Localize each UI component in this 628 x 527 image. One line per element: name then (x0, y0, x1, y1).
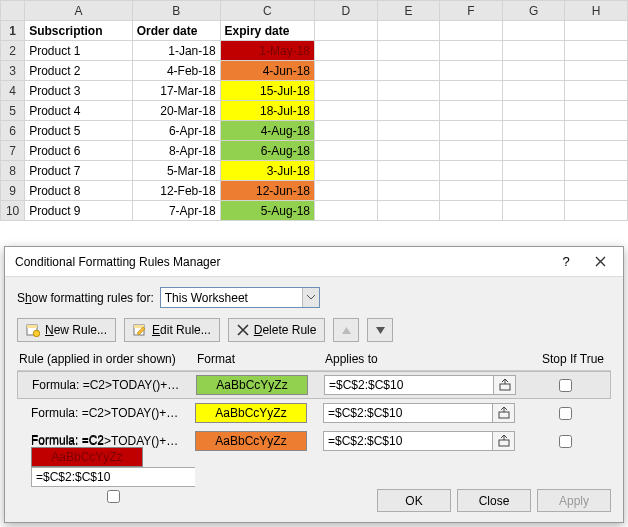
cell[interactable] (377, 41, 440, 61)
applies-to-field[interactable] (323, 431, 519, 451)
cell[interactable]: 8-Apr-18 (132, 141, 220, 161)
cell[interactable]: 20-Mar-18 (132, 101, 220, 121)
cell[interactable] (440, 201, 503, 221)
table-row[interactable]: 8Product 75-Mar-183-Jul-18 (1, 161, 628, 181)
cell[interactable]: Expiry date (220, 21, 314, 41)
cell[interactable]: 4-Feb-18 (132, 61, 220, 81)
cell[interactable]: 4-Aug-18 (220, 121, 314, 141)
cell[interactable]: 1-May-18 (220, 41, 314, 61)
cell[interactable]: Product 6 (25, 141, 133, 161)
cell[interactable] (502, 21, 565, 41)
cell[interactable]: 15-Jul-18 (220, 81, 314, 101)
cell[interactable] (565, 61, 628, 81)
apply-button[interactable]: Apply (537, 489, 611, 512)
cell[interactable] (440, 161, 503, 181)
table-row[interactable]: 1SubscriptionOrder dateExpiry date (1, 21, 628, 41)
cell[interactable] (315, 201, 378, 221)
cell[interactable] (502, 61, 565, 81)
cell[interactable] (315, 81, 378, 101)
cell[interactable] (565, 21, 628, 41)
table-row[interactable]: 3Product 24-Feb-184-Jun-18 (1, 61, 628, 81)
cell[interactable] (565, 81, 628, 101)
select-all-corner[interactable] (1, 1, 25, 21)
row-header[interactable]: 4 (1, 81, 25, 101)
edit-rule-button[interactable]: Edit Rule... (124, 318, 220, 342)
cell[interactable]: 12-Jun-18 (220, 181, 314, 201)
stop-if-true[interactable] (31, 487, 195, 506)
cell[interactable]: 18-Jul-18 (220, 101, 314, 121)
ok-button[interactable]: OK (377, 489, 451, 512)
cell[interactable] (565, 161, 628, 181)
range-selector-icon[interactable] (493, 403, 515, 423)
applies-to-input[interactable] (323, 403, 493, 423)
cell[interactable] (565, 201, 628, 221)
column-header-row[interactable]: A B C D E F G H (1, 1, 628, 21)
cell[interactable] (377, 81, 440, 101)
cell[interactable] (440, 101, 503, 121)
close-icon[interactable] (583, 249, 617, 275)
applies-to-field[interactable] (323, 403, 519, 423)
cell[interactable] (502, 161, 565, 181)
cell[interactable]: 7-Apr-18 (132, 201, 220, 221)
cell[interactable] (315, 61, 378, 81)
table-row[interactable]: 4Product 317-Mar-1815-Jul-18 (1, 81, 628, 101)
cell[interactable] (315, 41, 378, 61)
cell[interactable] (440, 181, 503, 201)
cell[interactable] (502, 81, 565, 101)
col-header[interactable]: C (220, 1, 314, 21)
cell[interactable] (315, 121, 378, 141)
delete-rule-button[interactable]: Delete Rule (228, 318, 326, 342)
col-header[interactable]: F (440, 1, 503, 21)
cell[interactable] (440, 21, 503, 41)
cell[interactable]: Product 9 (25, 201, 133, 221)
cell[interactable]: 1-Jan-18 (132, 41, 220, 61)
cell[interactable]: 6-Apr-18 (132, 121, 220, 141)
scope-input[interactable] (160, 287, 320, 308)
cell[interactable] (565, 41, 628, 61)
col-header[interactable]: G (502, 1, 565, 21)
cell[interactable] (377, 101, 440, 121)
cell[interactable] (440, 141, 503, 161)
rule-row[interactable]: Formula: =C2AaBbCcYyZz (17, 455, 611, 483)
cell[interactable] (377, 181, 440, 201)
cell[interactable] (440, 121, 503, 141)
cell[interactable] (315, 141, 378, 161)
scope-dropdown[interactable] (160, 287, 320, 308)
stop-if-true[interactable] (519, 432, 611, 451)
table-row[interactable]: 6Product 56-Apr-184-Aug-18 (1, 121, 628, 141)
cell[interactable] (440, 41, 503, 61)
cell[interactable]: Product 1 (25, 41, 133, 61)
cell[interactable]: Product 2 (25, 61, 133, 81)
new-rule-button[interactable]: New Rule... (17, 318, 116, 342)
move-up-button[interactable] (333, 318, 359, 342)
stop-checkbox[interactable] (107, 490, 120, 503)
cell[interactable] (440, 81, 503, 101)
cell[interactable] (315, 21, 378, 41)
applies-to-field[interactable] (324, 375, 520, 395)
applies-to-input[interactable] (323, 431, 493, 451)
rule-row[interactable]: Formula: =C2>TODAY()+…AaBbCcYyZz (17, 399, 611, 427)
row-header[interactable]: 9 (1, 181, 25, 201)
cell[interactable]: Subscription (25, 21, 133, 41)
cell[interactable] (440, 61, 503, 81)
cell[interactable]: 5-Aug-18 (220, 201, 314, 221)
table-row[interactable]: 7Product 68-Apr-186-Aug-18 (1, 141, 628, 161)
cell[interactable]: Product 4 (25, 101, 133, 121)
rule-row[interactable]: Formula: =C2>TODAY()+…AaBbCcYyZz (17, 371, 611, 399)
cell[interactable]: 17-Mar-18 (132, 81, 220, 101)
cell[interactable] (377, 61, 440, 81)
col-header[interactable]: H (565, 1, 628, 21)
row-header[interactable]: 2 (1, 41, 25, 61)
row-header[interactable]: 6 (1, 121, 25, 141)
cell[interactable]: 12-Feb-18 (132, 181, 220, 201)
row-header[interactable]: 5 (1, 101, 25, 121)
cell[interactable] (377, 21, 440, 41)
stop-checkbox[interactable] (559, 435, 572, 448)
cell[interactable] (565, 121, 628, 141)
range-selector-icon[interactable] (494, 375, 516, 395)
close-button[interactable]: Close (457, 489, 531, 512)
spreadsheet-grid[interactable]: A B C D E F G H 1SubscriptionOrder dateE… (0, 0, 628, 221)
col-header[interactable]: B (132, 1, 220, 21)
cell[interactable]: Order date (132, 21, 220, 41)
cell[interactable] (315, 101, 378, 121)
